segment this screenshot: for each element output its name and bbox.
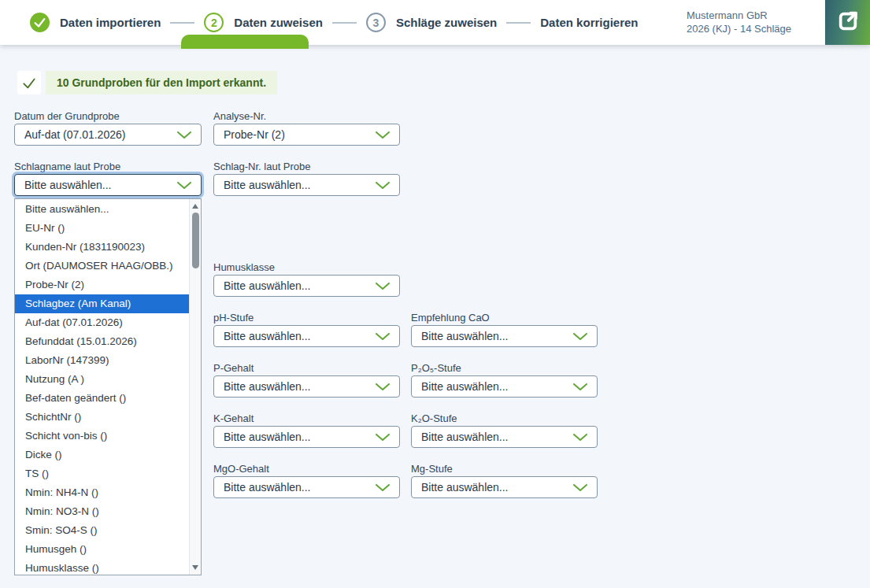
account-detail: 2026 (KJ) - 14 Schläge (687, 22, 791, 35)
chevron-down-icon (177, 131, 191, 139)
field-label: pH-Stufe (213, 312, 400, 324)
select-value: Bitte auswählen... (224, 431, 369, 443)
step-label: Daten importieren (60, 16, 161, 29)
select-value: Bitte auswählen... (24, 179, 171, 191)
select-humusklasse[interactable]: Bitte auswählen... (213, 275, 400, 297)
select-value: Auf-dat (07.01.2026) (24, 128, 171, 141)
field-k-gehalt: K-Gehalt Bitte auswählen... (213, 412, 400, 448)
select-datum-der-grundprobe[interactable]: Auf-dat (07.01.2026) (14, 124, 202, 146)
scroll-up-arrow-icon[interactable] (190, 201, 201, 212)
select-schlagname-laut-probe[interactable]: Bitte auswählen... (14, 174, 202, 196)
open-external-icon (835, 9, 861, 37)
field-label: MgO-Gehalt (213, 463, 400, 475)
active-step-indicator (181, 35, 309, 49)
select-mg-stufe[interactable]: Bitte auswählen... (411, 476, 598, 498)
select-value: Bitte auswählen... (224, 330, 369, 342)
select-schlag-nr-laut-probe[interactable]: Bitte auswählen... (213, 174, 400, 196)
chevron-down-icon (376, 434, 390, 441)
field-mg-stufe: Mg-Stufe Bitte auswählen... (411, 463, 598, 498)
select-empfehlung-cao[interactable]: Bitte auswählen... (411, 325, 598, 347)
account-name: Mustermann GbR (687, 9, 791, 22)
select-mgo-gehalt[interactable]: Bitte auswählen... (213, 476, 400, 498)
dropdown-option[interactable]: EU-Nr () (15, 219, 189, 238)
step-label: Daten zuweisen (234, 16, 323, 29)
select-value: Probe-Nr (2) (224, 128, 369, 141)
step-schlaege-zuweisen[interactable]: 3 Schläge zuweisen (366, 13, 497, 32)
open-export-button[interactable] (825, 0, 870, 45)
schlagname-dropdown-list: Bitte auswählen... EU-Nr () Kunden-Nr (1… (14, 198, 202, 575)
select-p2o5-stufe[interactable]: Bitte auswählen... (411, 375, 598, 398)
dropdown-option[interactable]: Humusklasse () (15, 559, 189, 578)
field-label: Schlagname laut Probe (14, 161, 202, 172)
dropdown-option[interactable]: Humusgeh () (15, 540, 189, 559)
dropdown-option[interactable]: Nmin: NH4-N () (15, 483, 189, 502)
import-success-notice: 10 Grundproben für den Import erkannt. (17, 71, 277, 94)
step-number-2: 2 (204, 13, 224, 32)
select-value: Bitte auswählen... (224, 179, 369, 191)
select-value: Bitte auswählen... (421, 330, 567, 342)
field-label: Analyse-Nr. (213, 110, 400, 122)
chevron-down-icon (376, 182, 390, 189)
select-k-gehalt[interactable]: Bitte auswählen... (213, 426, 400, 448)
dropdown-option[interactable]: Bitte auswählen... (15, 200, 189, 219)
dropdown-option[interactable]: Auf-dat (07.01.2026) (15, 313, 189, 332)
stepper-connector (170, 22, 194, 24)
dropdown-options: Bitte auswählen... EU-Nr () Kunden-Nr (1… (15, 200, 189, 578)
select-value: Bitte auswählen... (421, 380, 567, 393)
field-schlag-nr-laut-probe: Schlag-Nr. laut Probe Bitte auswählen... (213, 161, 400, 196)
dropdown-option[interactable]: Bef-daten geändert () (15, 389, 189, 408)
select-value: Bitte auswählen... (421, 481, 567, 494)
field-k2o-stufe: K₂O-Stufe Bitte auswählen... (411, 412, 598, 448)
dropdown-scrollbar[interactable] (189, 199, 201, 575)
select-k2o-stufe[interactable]: Bitte auswählen... (411, 426, 598, 448)
chevron-down-icon (573, 333, 587, 340)
header-bar: Daten importieren 2 Daten zuweisen 3 Sch… (0, 0, 870, 45)
field-p2o5-stufe: P₂O₅-Stufe Bitte auswählen... (411, 362, 598, 398)
step-label: Schläge zuweisen (396, 16, 497, 29)
dropdown-option[interactable]: Nutzung (A ) (15, 370, 189, 389)
dropdown-option-selected[interactable]: Schlagbez (Am Kanal) (15, 294, 189, 313)
scrollbar-thumb[interactable] (192, 213, 199, 268)
stepper-connector (332, 22, 357, 24)
field-label: K-Gehalt (213, 412, 400, 424)
chevron-down-icon (376, 484, 390, 491)
dropdown-option[interactable]: Ort (DAUMOSER HAAG/OBB.) (15, 257, 189, 276)
field-label: Schlag-Nr. laut Probe (213, 161, 400, 172)
step-daten-korrigieren[interactable]: Daten korrigieren (540, 16, 638, 29)
select-p-gehalt[interactable]: Bitte auswählen... (213, 375, 400, 398)
field-label: K₂O-Stufe (411, 412, 598, 424)
select-value: Bitte auswählen... (421, 431, 567, 443)
dropdown-option[interactable]: Befunddat (15.01.2026) (15, 332, 189, 351)
select-value: Bitte auswählen... (224, 481, 369, 494)
select-value: Bitte auswählen... (224, 279, 369, 292)
step-number-3: 3 (366, 13, 386, 32)
dropdown-option[interactable]: TS () (15, 464, 189, 483)
select-analyse-nr[interactable]: Probe-Nr (2) (213, 124, 400, 146)
dropdown-option[interactable]: Nmin: NO3-N () (15, 502, 189, 521)
dropdown-option[interactable]: Smin: SO4-S () (15, 521, 189, 540)
field-label: Datum der Grundprobe (14, 110, 202, 122)
chevron-down-icon (376, 333, 390, 340)
chevron-down-icon (573, 484, 587, 491)
dropdown-option[interactable]: Probe-Nr (2) (15, 276, 189, 294)
field-label: Mg-Stufe (411, 463, 598, 475)
dropdown-option[interactable]: Kunden-Nr (1831190023) (15, 238, 189, 257)
dropdown-option[interactable]: SchichtNr () (15, 408, 189, 427)
field-datum-der-grundprobe: Datum der Grundprobe Auf-dat (07.01.2026… (14, 110, 202, 146)
dropdown-option[interactable]: LaborNr (147399) (15, 351, 189, 370)
dropdown-option[interactable]: Dicke () (15, 446, 189, 464)
field-humusklasse: Humusklasse Bitte auswählen... (213, 261, 400, 297)
step-done-check-icon (30, 13, 50, 32)
chevron-down-icon (376, 131, 390, 139)
stepper-connector (506, 22, 531, 24)
step-daten-zuweisen[interactable]: 2 Daten zuweisen (204, 13, 323, 32)
step-label: Daten korrigieren (540, 16, 638, 29)
field-analyse-nr: Analyse-Nr. Probe-Nr (2) (213, 110, 400, 146)
scroll-down-arrow-icon[interactable] (190, 562, 201, 573)
field-p-gehalt: P-Gehalt Bitte auswählen... (213, 362, 400, 398)
stepper: Daten importieren 2 Daten zuweisen 3 Sch… (30, 0, 639, 45)
select-value: Bitte auswählen... (224, 380, 369, 393)
step-daten-importieren[interactable]: Daten importieren (30, 13, 161, 32)
dropdown-option[interactable]: Schicht von-bis () (15, 427, 189, 446)
select-ph-stufe[interactable]: Bitte auswählen... (213, 325, 400, 347)
